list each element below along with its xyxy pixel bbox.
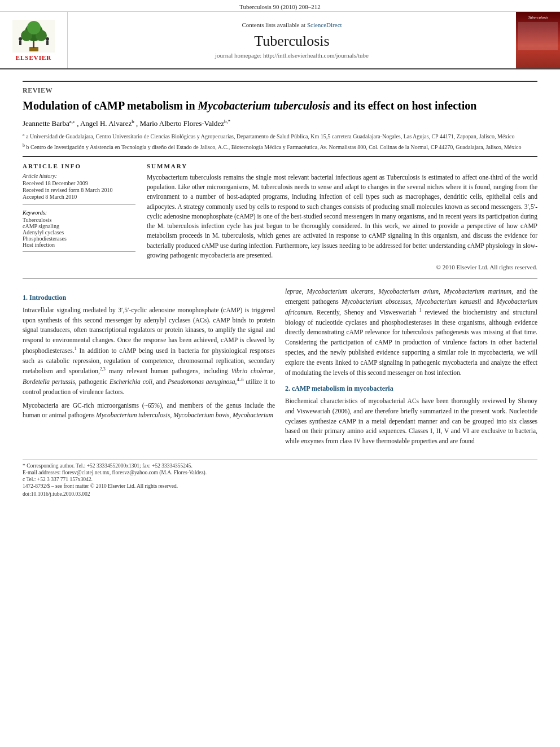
received-date: Received 18 December 2009	[23, 180, 135, 186]
author1-name: Jeannette Barba	[23, 119, 69, 128]
article-footer: * Corresponding author. Tel.: +52 333345…	[23, 459, 537, 497]
history-label: Article history:	[23, 173, 135, 179]
intro-para1: Intracellular signaling mediated by 3′,5…	[23, 305, 275, 397]
elsevier-brand: ELSEVIER	[16, 54, 52, 61]
copyright: © 2010 Elsevier Ltd. All rights reserved…	[147, 264, 537, 270]
title-part2: and its effect on host infection	[330, 99, 476, 112]
email-line: E-mail addresses: floresv@ciatej.net.mx,…	[23, 470, 537, 475]
elsevier-logo: ELSEVIER	[0, 12, 68, 68]
affil-a: a a Universidad de Guadalajara, Centro U…	[23, 132, 537, 141]
accepted-date: Accepted 8 March 2010	[23, 194, 135, 200]
article-title: Modulation of cAMP metabolism in Mycobac…	[23, 98, 537, 113]
body-right-col: leprae, Mycobacterium ulcerans, Mycobact…	[285, 287, 537, 450]
keywords-section: Keywords: Tuberculosis cAMP signaling Ad…	[23, 209, 135, 248]
corresponding-author: * Corresponding author. Tel.: +52 333345…	[23, 463, 537, 469]
intro-para2-text: Mycobacteria are GC-rich microorganisms …	[23, 402, 275, 419]
keyword-1: Tuberculosis	[23, 217, 135, 223]
summary-col: SUMMARY Mycobacterium tuberculosis remai…	[147, 163, 537, 270]
footnote-c: c Tel.: +52 3 337 771 157x3042.	[23, 477, 537, 482]
cover-name-italic: Tuberculosis	[528, 15, 548, 20]
journal-top-bar: Tuberculosis 90 (2010) 208–212	[0, 0, 560, 11]
top-divider	[23, 81, 537, 82]
journal-homepage: journal homepage: http://intl.elsevierhe…	[215, 52, 369, 59]
authors: Jeannette Barbaa,c , Angel H. Alvarezb ,…	[23, 119, 537, 128]
journal-cover: Tuberculosis	[516, 12, 560, 68]
article-info-col: ARTICLE INFO Article history: Received 1…	[23, 163, 135, 270]
affil-a-text: a Universidad de Guadalajara, Centro Uni…	[26, 134, 514, 140]
summary-body: Mycobacterium tuberculosis remains the s…	[147, 174, 537, 259]
author3-name: , Mario Alberto Flores-Valdez	[136, 119, 224, 128]
svg-point-6	[27, 21, 41, 34]
body-columns: 1. Introduction Intracellular signaling …	[23, 287, 537, 450]
right-section2-text: Biochemical characteristics of mycobacte…	[285, 397, 537, 444]
sciencedirect-prefix: Contents lists available at	[242, 21, 305, 28]
right-para1-text: leprae, Mycobacterium ulcerans, Mycobact…	[285, 288, 537, 375]
affiliations: a a Universidad de Guadalajara, Centro U…	[23, 132, 537, 151]
cover-decoration	[518, 22, 558, 50]
elsevier-tree-icon	[12, 20, 55, 53]
doi-line: doi:10.1016/j.tube.2010.03.002	[23, 491, 537, 497]
middle-divider	[23, 156, 537, 157]
journal-center: Contents lists available at ScienceDirec…	[68, 12, 516, 68]
summary-text: Mycobacterium tuberculosis remains the s…	[147, 173, 537, 260]
main-content: REVIEW Modulation of cAMP metabolism in …	[0, 69, 560, 504]
author1-sup: a,c	[69, 119, 75, 124]
journal-citation: Tuberculosis 90 (2010) 208–212	[239, 3, 321, 10]
section-label: REVIEW	[23, 86, 537, 95]
svg-rect-10	[46, 41, 49, 45]
cover-journal-name: Tuberculosis	[528, 15, 548, 20]
email-label: E-mail addresses:	[23, 470, 60, 475]
journal-title: Tuberculosis	[254, 33, 329, 50]
title-italic: Mycobacterium tuberculosis	[198, 99, 330, 112]
right-para1: leprae, Mycobacterium ulcerans, Mycobact…	[285, 287, 537, 378]
svg-rect-8	[19, 41, 21, 45]
right-section2-para: Biochemical characteristics of mycobacte…	[285, 396, 537, 447]
summary-title: SUMMARY	[147, 163, 537, 169]
keywords-label: Keywords:	[23, 209, 135, 216]
sciencedirect-line: Contents lists available at ScienceDirec…	[242, 21, 342, 28]
intro-heading: 1. Introduction	[23, 292, 275, 303]
author2-name: , Angel H. Alvarez	[77, 119, 132, 128]
body-divider	[23, 278, 537, 279]
revised-date: Received in revised form 8 March 2010	[23, 187, 135, 193]
article-info-title: ARTICLE INFO	[23, 163, 135, 169]
keyword-5: Host infection	[23, 242, 135, 248]
intro-para1-text: Intracellular signaling mediated by 3′,5…	[23, 307, 275, 395]
left-divider-2	[23, 251, 135, 252]
section2-heading: 2. cAMP metabolism in mycobacteria	[285, 383, 537, 394]
left-divider	[23, 204, 135, 205]
author2-sup: b	[132, 119, 134, 124]
keyword-2: cAMP signaling	[23, 223, 135, 229]
title-part1: Modulation of cAMP metabolism in	[23, 99, 198, 112]
body-left-col: 1. Introduction Intracellular signaling …	[23, 287, 275, 450]
svg-point-9	[46, 37, 49, 41]
keyword-4: Phosphodiesterases	[23, 235, 135, 242]
article-history: Article history: Received 18 December 20…	[23, 173, 135, 200]
affil-b-text: b Centro de Investigación y Asistencia e…	[27, 144, 522, 150]
affil-b: b b Centro de Investigación y Asistencia…	[23, 142, 537, 151]
article-info-summary: ARTICLE INFO Article history: Received 1…	[23, 163, 537, 270]
page-wrapper: Tuberculosis 90 (2010) 208–212	[0, 0, 560, 504]
keyword-3: Adenylyl cyclases	[23, 229, 135, 235]
email-addresses: floresv@ciatej.net.mx, floresvz@yahoo.co…	[62, 470, 207, 475]
sciencedirect-link[interactable]: ScienceDirect	[307, 21, 342, 28]
author3-sup: b,*	[224, 119, 230, 124]
intro-para2: Mycobacteria are GC-rich microorganisms …	[23, 401, 275, 421]
svg-point-7	[19, 37, 22, 41]
journal-header: ELSEVIER Contents lists available at Sci…	[0, 11, 560, 69]
issn-line: 1472-8792/$ – see front matter © 2010 El…	[23, 483, 537, 489]
